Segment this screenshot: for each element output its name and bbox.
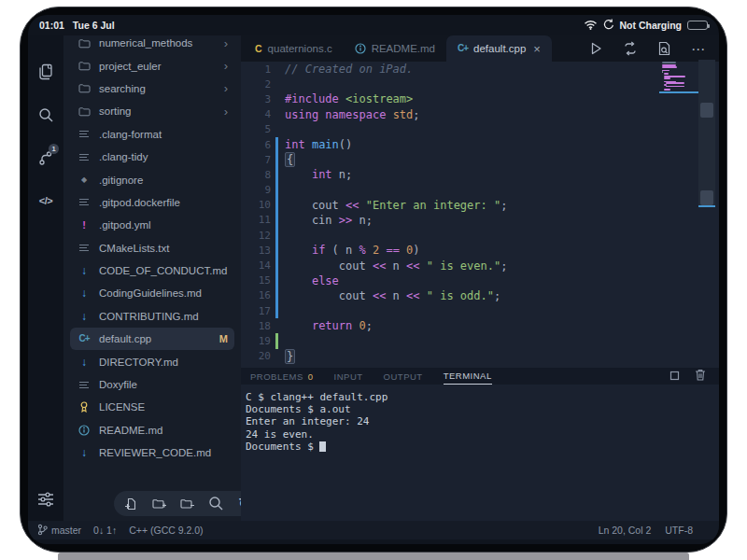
file-row-REVIEWER_CODE.md[interactable]: ↓REVIEWER_CODE.md bbox=[70, 441, 234, 464]
file-row-.gitpod.yml[interactable]: !.gitpod.yml bbox=[70, 214, 234, 236]
code-text: { bbox=[278, 153, 295, 166]
explorer-icon bbox=[36, 63, 55, 81]
minimap-line bbox=[664, 77, 670, 79]
list-icon bbox=[79, 153, 90, 161]
panel-tab-problems[interactable]: PROBLEMS0 bbox=[250, 368, 314, 385]
terminal-line: Enter an integer: 24 bbox=[246, 415, 719, 427]
trash-button[interactable] bbox=[695, 368, 706, 385]
file-row-.gitpod.dockerfile[interactable]: .gitpod.dockerfile bbox=[70, 191, 234, 214]
code-text: cout << "Enter an integer: "; bbox=[278, 199, 507, 212]
scrollbar-thumb[interactable] bbox=[700, 103, 713, 118]
new-folder-button[interactable] bbox=[148, 493, 171, 515]
file-row-project_euler[interactable]: project_euler› bbox=[70, 54, 234, 77]
file-row-CMakeLists.txt[interactable]: CMakeLists.txt bbox=[70, 237, 234, 259]
tab-README.md[interactable]: README.md bbox=[344, 35, 446, 62]
cursor-position[interactable]: Ln 20, Col 2 bbox=[599, 525, 652, 536]
git-branch-indicator[interactable]: master bbox=[37, 524, 81, 538]
activity-item-code[interactable]: </> bbox=[28, 185, 63, 217]
file-row-sorting[interactable]: sorting› bbox=[70, 100, 234, 122]
mod-gutter-marker bbox=[275, 228, 278, 243]
file-row-default.cpp[interactable]: C+default.cppM bbox=[70, 328, 234, 350]
sync-indicator[interactable]: 0↓ 1↑ bbox=[93, 525, 117, 536]
activity-item-source-control[interactable]: 1 bbox=[28, 142, 63, 174]
code-editor[interactable]: 1// Created on iPad.23#include <iostream… bbox=[241, 62, 719, 368]
tab-quaternions.c[interactable]: Cquaternions.c bbox=[244, 35, 344, 62]
line-number: 10 bbox=[241, 199, 271, 211]
settings-button[interactable] bbox=[28, 483, 63, 515]
terminal[interactable]: C $ clang++ default.cppDocuments $ a.out… bbox=[241, 385, 719, 521]
yml-icon: ! bbox=[82, 220, 86, 231]
file-row-numerical_methods[interactable]: numerical_methods› bbox=[70, 32, 234, 54]
file-label: CodingGuidelines.md bbox=[99, 287, 228, 299]
mod-gutter-marker bbox=[275, 303, 278, 318]
file-row-LICENSE[interactable]: LICENSE bbox=[70, 396, 234, 418]
markdown-icon: ↓ bbox=[81, 357, 87, 368]
file-row-CODE_OF_CONDUCT.md[interactable]: ↓CODE_OF_CONDUCT.md bbox=[70, 259, 234, 282]
line-number: 6 bbox=[241, 139, 271, 151]
open-preview-button[interactable] bbox=[657, 41, 671, 56]
trash-icon bbox=[695, 369, 706, 381]
editor-scrollbar bbox=[698, 60, 715, 207]
markdown-icon: ↓ bbox=[81, 265, 87, 276]
c-icon: C bbox=[255, 44, 262, 54]
line-number: 13 bbox=[241, 245, 271, 257]
encoding-indicator[interactable]: UTF-8 bbox=[665, 525, 693, 536]
collapse-folders-button[interactable] bbox=[176, 493, 199, 515]
file-row-.clang-tidy[interactable]: .clang-tidy bbox=[70, 146, 234, 168]
panel-tab-terminal[interactable]: TERMINAL bbox=[444, 368, 492, 385]
editor-layout-button[interactable] bbox=[623, 41, 638, 56]
panel-actions bbox=[669, 368, 706, 385]
file-row-CodingGuidelines.md[interactable]: ↓CodingGuidelines.md bbox=[70, 282, 234, 304]
file-row-CONTRIBUTING.md[interactable]: ↓CONTRIBUTING.md bbox=[70, 305, 234, 328]
new-file-button[interactable] bbox=[120, 493, 142, 515]
tab-default.cpp[interactable]: C+default.cpp× bbox=[446, 35, 552, 62]
scrollbar-thumb[interactable] bbox=[700, 190, 713, 205]
file-row-DIRECTORY.md[interactable]: ↓DIRECTORY.md bbox=[70, 350, 234, 372]
run-button[interactable] bbox=[588, 41, 603, 56]
line-number: 18 bbox=[241, 320, 271, 332]
line-number: 7 bbox=[241, 154, 271, 166]
panel-tab-bar: PROBLEMS0INPUTOUTPUTTERMINAL bbox=[241, 368, 719, 385]
folder-icon bbox=[78, 83, 91, 93]
file-row-Doxyfile[interactable]: Doxyfile bbox=[70, 373, 234, 396]
line-number: 1 bbox=[241, 63, 271, 76]
screen: 01:01Tue 6 Jul Not Charging 1</> numeric… bbox=[28, 15, 719, 544]
code-line-12: 12 bbox=[241, 228, 719, 243]
panel-tab-output[interactable]: OUTPUT bbox=[384, 368, 423, 385]
chevron-right-icon: › bbox=[224, 105, 228, 118]
file-row-searching[interactable]: searching› bbox=[70, 77, 234, 100]
code-line-4: 4using namespace std; bbox=[241, 107, 719, 122]
maximize-button[interactable] bbox=[669, 368, 680, 385]
more-actions-button[interactable]: ⋯ bbox=[691, 42, 706, 56]
line-number: 2 bbox=[241, 78, 271, 91]
info-icon bbox=[355, 43, 366, 54]
ios-status-left: 01:01Tue 6 Jul bbox=[39, 20, 123, 31]
file-label: searching bbox=[99, 83, 224, 94]
panel-tab-input[interactable]: INPUT bbox=[334, 368, 363, 385]
code-line-8: 8 int n; bbox=[241, 167, 719, 182]
line-number: 20 bbox=[241, 350, 271, 362]
code-text: // Created on iPad. bbox=[278, 63, 413, 76]
status-bar: master 0↓ 1↑ C++ (GCC 9.2.0) Ln 20, Col … bbox=[28, 521, 719, 539]
wifi-icon bbox=[584, 20, 598, 32]
close-tab-icon[interactable]: × bbox=[533, 42, 541, 56]
code-line-10: 10 cout << "Enter an integer: "; bbox=[241, 198, 719, 213]
minimap-line bbox=[662, 92, 663, 93]
list-icon bbox=[79, 244, 90, 252]
file-row-README.md[interactable]: README.md bbox=[70, 419, 234, 441]
panel-tab-label: INPUT bbox=[334, 371, 363, 382]
language-indicator[interactable]: C++ (GCC 9.2.0) bbox=[129, 525, 203, 536]
file-label: project_euler bbox=[99, 61, 224, 72]
file-row-.clang-format[interactable]: .clang-format bbox=[70, 123, 234, 146]
minimap-line bbox=[666, 86, 684, 88]
code-text: cout << n << " is even."; bbox=[278, 259, 507, 273]
search-button[interactable] bbox=[204, 493, 227, 515]
file-label: Doxyfile bbox=[99, 379, 228, 390]
activity-item-explorer[interactable] bbox=[28, 56, 63, 88]
file-row-.gitignore[interactable]: ◆.gitignore bbox=[70, 168, 234, 190]
panel-tab-label: OUTPUT bbox=[384, 371, 423, 382]
chevron-right-icon: › bbox=[224, 60, 228, 72]
activity-item-search[interactable] bbox=[28, 99, 63, 131]
git-diamond-icon: ◆ bbox=[81, 176, 87, 184]
code-line-2: 2 bbox=[241, 77, 719, 91]
